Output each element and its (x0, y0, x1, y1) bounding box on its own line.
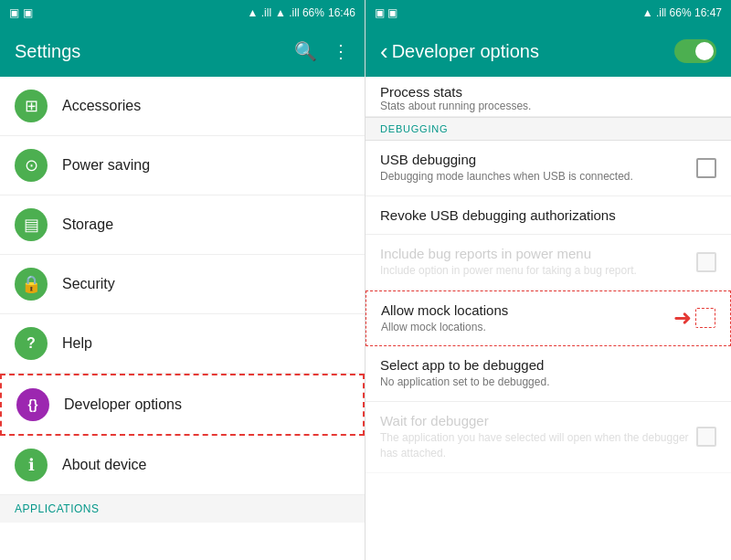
usb-debugging-item[interactable]: USB debugging Debugging mode launches wh… (366, 141, 731, 196)
status-bar-left: ▣ ▣ ▲ .ill ▲ .ill 66% 16:46 (0, 0, 365, 26)
bug-reports-text: Include bug reports in power menu Includ… (380, 246, 689, 279)
battery-right: 66% (670, 6, 692, 19)
wifi-icon-right: ▣ (387, 6, 397, 19)
select-debug-app-item[interactable]: Select app to be debugged No application… (366, 346, 731, 402)
time-left: 16:46 (328, 6, 355, 19)
usb-debugging-text: USB debugging Debugging mode launches wh… (380, 152, 689, 185)
settings-item-developer-options[interactable]: {} Developer options (0, 374, 365, 436)
wait-debugger-subtitle: The application you have selected will o… (380, 430, 689, 461)
settings-item-storage[interactable]: ▤ Storage (0, 195, 365, 255)
power-saving-icon: ⊙ (15, 149, 48, 182)
accessories-label: Accessories (62, 98, 141, 114)
toolbar-right: ‹ Developer options (366, 26, 731, 77)
process-stats-subtitle: Stats about running processes. (380, 100, 709, 112)
wifi-icon: ▣ (23, 6, 33, 19)
signal-icon-right: ▣ (375, 6, 385, 19)
wait-debugger-text: Wait for debugger The application you ha… (380, 413, 689, 461)
settings-item-security[interactable]: 🔒 Security (0, 255, 365, 314)
usb-debugging-subtitle: Debugging mode launches when USB is conn… (380, 169, 689, 185)
about-device-icon: ℹ (15, 449, 48, 481)
developer-options-list: Process stats Stats about running proces… (366, 77, 731, 560)
accessories-icon: ⊞ (15, 90, 48, 122)
bug-reports-title: Include bug reports in power menu (380, 246, 689, 261)
revoke-usb-title: Revoke USB debugging authorizations (380, 207, 709, 223)
toolbar-left: Settings 🔍 ⋮ (0, 26, 365, 77)
select-debug-app-subtitle: No application set to be debugged. (380, 375, 709, 390)
mock-locations-subtitle: Allow mock locations. (381, 320, 666, 335)
back-title-group: ‹ Developer options (380, 37, 539, 66)
process-stats-item[interactable]: Process stats Stats about running proces… (366, 77, 731, 117)
status-left-icons: ▣ ▣ (9, 6, 33, 19)
bug-reports-subtitle: Include option in power menu for taking … (380, 263, 689, 279)
power-saving-label: Power saving (62, 157, 150, 174)
mock-locations-checkbox[interactable] (695, 308, 715, 328)
mock-locations-title: Allow mock locations (381, 302, 666, 318)
applications-section-header: APPLICATIONS (0, 495, 365, 523)
more-icon[interactable]: ⋮ (332, 40, 350, 62)
toolbar-icons: 🔍 ⋮ (294, 40, 350, 62)
search-icon[interactable]: 🔍 (294, 40, 317, 62)
developer-options-toggle[interactable] (674, 39, 716, 63)
help-label: Help (62, 335, 92, 352)
process-stats-text: Process stats Stats about running proces… (380, 84, 709, 112)
security-icon: 🔒 (15, 268, 48, 301)
network-icon-right: ▲ .ill (642, 6, 667, 19)
wait-debugger-checkbox (696, 427, 716, 447)
select-debug-app-title: Select app to be debugged (380, 357, 709, 373)
process-stats-title: Process stats (380, 84, 709, 100)
back-button[interactable]: ‹ (380, 37, 388, 66)
wait-debugger-title: Wait for debugger (380, 413, 689, 428)
bug-reports-checkbox (696, 252, 716, 272)
help-icon: ? (15, 327, 48, 360)
revoke-usb-item[interactable]: Revoke USB debugging authorizations (366, 196, 731, 235)
usb-debugging-title: USB debugging (380, 152, 689, 167)
status-right-right-icons: ▲ .ill 66% 16:47 (642, 6, 722, 19)
settings-item-about-device[interactable]: ℹ About device (0, 436, 365, 495)
usb-debugging-checkbox[interactable] (696, 158, 716, 178)
mock-locations-item[interactable]: Allow mock locations Allow mock location… (366, 291, 731, 347)
settings-list: ⊞ Accessories ⊙ Power saving ▤ Storage 🔒… (0, 77, 365, 560)
settings-item-help[interactable]: ? Help (0, 314, 365, 374)
debugging-header: DEBUGGING (366, 117, 731, 141)
settings-title: Settings (15, 41, 80, 62)
revoke-usb-text: Revoke USB debugging authorizations (380, 207, 709, 223)
signal-icon: ▣ (9, 6, 19, 19)
status-bar-right: ▣ ▣ ▲ .ill 66% 16:47 (366, 0, 731, 26)
developer-options-icon: {} (16, 388, 49, 421)
status-right-icons: ▲ .ill ▲ .ill 66% 16:46 (248, 6, 355, 19)
status-right-left-icons: ▣ ▣ (375, 6, 397, 19)
right-panel: ▣ ▣ ▲ .ill 66% 16:47 ‹ Developer options… (366, 0, 731, 560)
network-icon: ▲ .ill (248, 6, 272, 19)
security-label: Security (62, 276, 115, 292)
arrow-icon: ➜ (673, 305, 692, 331)
developer-options-title: Developer options (392, 41, 539, 62)
wait-debugger-item: Wait for debugger The application you ha… (366, 402, 731, 473)
storage-label: Storage (62, 217, 113, 233)
mock-locations-text: Allow mock locations Allow mock location… (381, 302, 666, 335)
settings-item-power-saving[interactable]: ⊙ Power saving (0, 136, 365, 195)
about-device-label: About device (62, 457, 147, 473)
storage-icon: ▤ (15, 208, 48, 241)
left-panel: ▣ ▣ ▲ .ill ▲ .ill 66% 16:46 Settings 🔍 ⋮… (0, 0, 366, 560)
battery-icon: ▲ .ill 66% (275, 6, 324, 19)
settings-item-accessories[interactable]: ⊞ Accessories (0, 77, 365, 136)
time-right: 16:47 (694, 6, 722, 19)
bug-reports-item: Include bug reports in power menu Includ… (366, 235, 731, 291)
developer-options-label: Developer options (64, 396, 182, 413)
select-debug-app-text: Select app to be debugged No application… (380, 357, 709, 390)
